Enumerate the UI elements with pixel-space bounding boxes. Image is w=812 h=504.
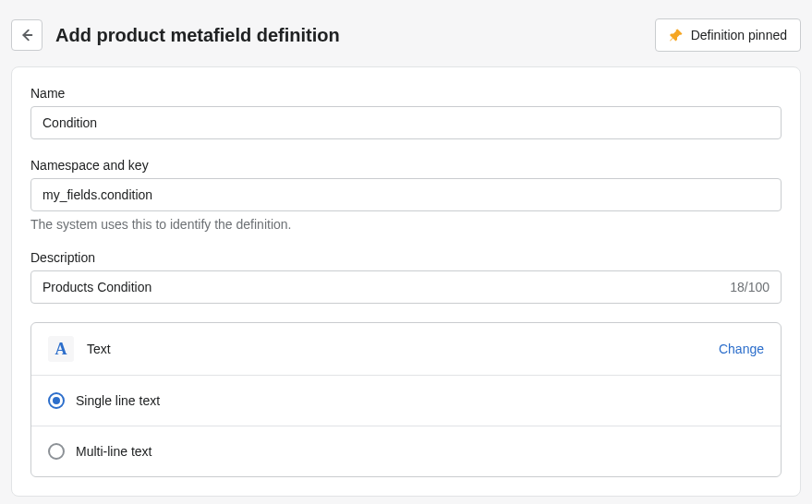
radio-icon [48,392,65,409]
description-char-count: 18/100 [730,280,781,294]
radio-label: Single line text [76,393,160,408]
pin-icon [669,28,684,42]
arrow-left-icon [18,27,35,43]
radio-label: Multi-line text [76,444,151,459]
namespace-input[interactable] [30,178,782,211]
definition-pinned-button[interactable]: Definition pinned [655,18,801,52]
form-card: Name Namespace and key The system uses t… [11,66,801,497]
radio-icon [48,443,65,460]
page-header: Add product metafield definition Definit… [0,0,812,66]
pin-button-label: Definition pinned [691,28,787,42]
content-type-header-left: A Text [48,336,111,362]
content-type-selector: A Text Change Single line text Multi-lin… [30,322,782,477]
description-input-wrapper: 18/100 [30,270,782,304]
name-input[interactable] [30,106,782,139]
content-type-header: A Text Change [31,323,781,376]
description-label: Description [30,250,782,265]
name-label: Name [30,86,782,101]
change-type-button[interactable]: Change [719,342,764,356]
back-button[interactable] [11,19,42,51]
namespace-field-group: Namespace and key The system uses this t… [30,158,782,232]
header-left: Add product metafield definition [11,19,340,51]
content-type-name: Text [87,342,111,356]
radio-option-multi-line[interactable]: Multi-line text [31,426,781,476]
description-input[interactable] [31,271,730,303]
name-field-group: Name [30,86,782,139]
namespace-help-text: The system uses this to identify the def… [30,217,782,232]
radio-option-single-line[interactable]: Single line text [31,376,781,426]
namespace-label: Namespace and key [30,158,782,173]
text-type-icon: A [48,336,74,362]
description-field-group: Description 18/100 [30,250,782,304]
page-title: Add product metafield definition [55,25,340,46]
